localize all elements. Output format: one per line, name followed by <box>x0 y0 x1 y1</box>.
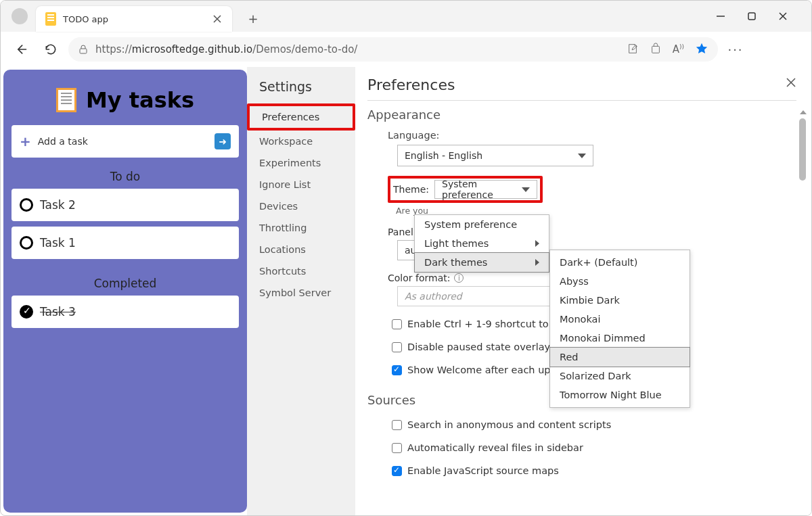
add-task-input[interactable]: + Add a task ➜ <box>12 125 239 158</box>
sidebar-item-ignore-list[interactable]: Ignore List <box>247 174 355 195</box>
checkbox-welcome[interactable] <box>392 365 402 375</box>
close-tab-icon[interactable] <box>212 14 223 24</box>
sidebar-item-throttling[interactable]: Throttling <box>247 217 355 239</box>
checkbox-label: Search in anonymous and content scripts <box>407 419 611 430</box>
task-item[interactable]: Task 1 <box>12 227 239 259</box>
language-value: English - English <box>405 150 482 161</box>
shopping-icon[interactable] <box>650 43 662 57</box>
sidebar-item-locations[interactable]: Locations <box>247 239 355 260</box>
language-label: Language: <box>388 130 796 141</box>
scroll-thumb[interactable] <box>799 118 806 181</box>
edit-page-icon[interactable] <box>627 43 639 57</box>
sidebar-item-devices[interactable]: Devices <box>247 195 355 217</box>
back-button[interactable] <box>9 37 33 62</box>
url-text: https://microsoftedge.github.io/Demos/de… <box>95 43 357 55</box>
close-panel-icon[interactable] <box>786 76 796 91</box>
scroll-up-icon[interactable] <box>800 110 807 114</box>
sidebar-item-experiments[interactable]: Experiments <box>247 152 355 174</box>
clipboard-icon <box>56 88 76 112</box>
theme-select[interactable]: System preference <box>434 180 537 199</box>
menu-item-abyss[interactable]: Abyss <box>550 272 690 291</box>
language-select[interactable]: English - English <box>397 145 593 166</box>
task-label: Task 2 <box>40 198 76 212</box>
more-menu-button[interactable]: ··· <box>723 43 748 57</box>
completed-section-header: Completed <box>12 277 239 290</box>
color-format-value[interactable]: As authored <box>397 286 566 306</box>
maximize-icon[interactable] <box>745 9 759 23</box>
menu-item-red[interactable]: Red <box>549 347 690 367</box>
appearance-heading: Appearance <box>367 108 796 122</box>
checkbox-icon[interactable] <box>20 236 33 250</box>
preferences-panel: Preferences Appearance Language: English… <box>355 67 811 516</box>
checkbox-reveal-files[interactable] <box>392 443 402 453</box>
settings-heading: Settings <box>247 76 355 103</box>
caret-down-icon <box>522 187 530 192</box>
svg-rect-2 <box>80 49 87 53</box>
menu-item-kimbie-dark[interactable]: Kimbie Dark <box>550 291 690 310</box>
checkbox-label: Enable JavaScript source maps <box>407 465 559 476</box>
todo-section-header: To do <box>12 170 239 183</box>
sidebar-item-workspace[interactable]: Workspace <box>247 131 355 152</box>
menu-item-dark-default[interactable]: Dark+ (Default) <box>550 253 690 272</box>
color-format-label: Color format: <box>388 273 450 283</box>
checkbox-anon-scripts[interactable] <box>392 420 402 430</box>
svg-rect-1 <box>748 13 755 20</box>
favicon-icon <box>45 12 56 26</box>
favorite-icon[interactable] <box>695 42 708 57</box>
caret-down-icon <box>578 154 586 158</box>
menu-item-system-preference[interactable]: System preference <box>415 215 549 234</box>
chevron-right-icon <box>535 240 539 247</box>
menu-item-light-themes[interactable]: Light themes <box>415 234 549 253</box>
plus-icon: + <box>20 133 31 149</box>
task-label: Task 1 <box>40 236 76 250</box>
theme-dropdown-menu: System preference Light themes Dark them… <box>414 214 549 273</box>
info-icon[interactable]: i <box>454 273 464 283</box>
checkbox-checked-icon[interactable] <box>20 305 33 319</box>
checkbox-js-source-maps[interactable] <box>392 466 402 476</box>
menu-item-solarized-dark[interactable]: Solarized Dark <box>550 367 690 385</box>
tab-title: TODO app <box>63 14 212 24</box>
menu-item-tomorrow-night-blue[interactable]: Tomorrow Night Blue <box>550 385 690 404</box>
reader-icon[interactable]: A)) <box>673 43 684 55</box>
todo-app: My tasks + Add a task ➜ To do Task 2 Tas… <box>3 70 247 513</box>
checkbox-label: Show Welcome after each update <box>407 365 572 375</box>
app-title: My tasks <box>86 87 194 113</box>
checkbox-label: Disable paused state overlay <box>407 342 550 352</box>
profile-avatar[interactable] <box>12 8 28 24</box>
settings-sidebar: Settings Preferences Workspace Experimen… <box>247 67 355 516</box>
sidebar-item-symbol-server[interactable]: Symbol Server <box>247 282 355 304</box>
chevron-right-icon <box>535 259 539 266</box>
checkbox-paused-overlay[interactable] <box>392 342 402 352</box>
menu-item-dark-themes[interactable]: Dark themes <box>414 252 549 273</box>
task-label: Task 3 <box>40 305 76 319</box>
browser-tab[interactable]: TODO app <box>36 6 232 32</box>
refresh-button[interactable] <box>39 37 63 62</box>
dark-themes-submenu: Dark+ (Default) Abyss Kimbie Dark Monoka… <box>549 250 690 408</box>
menu-item-monokai[interactable]: Monokai <box>550 310 690 329</box>
checkbox-shortcut[interactable] <box>392 319 402 329</box>
scrollbar[interactable] <box>799 110 807 516</box>
svg-rect-3 <box>652 46 659 53</box>
task-item[interactable]: Task 2 <box>12 189 239 221</box>
theme-value: System preference <box>442 179 522 200</box>
add-task-placeholder: Add a task <box>38 136 88 147</box>
checkbox-label: Automatically reveal files in sidebar <box>407 442 583 453</box>
theme-label: Theme: <box>393 184 429 195</box>
submit-task-button[interactable]: ➜ <box>215 133 231 149</box>
task-item[interactable]: Task 3 <box>12 296 239 328</box>
menu-item-monokai-dimmed[interactable]: Monokai Dimmed <box>550 329 690 348</box>
checkbox-icon[interactable] <box>20 198 33 212</box>
lock-icon <box>78 44 89 55</box>
new-tab-button[interactable]: + <box>242 7 265 30</box>
address-bar[interactable]: https://microsoftedge.github.io/Demos/de… <box>68 37 718 62</box>
minimize-icon[interactable] <box>714 9 727 23</box>
sidebar-item-shortcuts[interactable]: Shortcuts <box>247 260 355 282</box>
close-window-icon[interactable] <box>776 9 790 23</box>
preferences-title: Preferences <box>367 76 796 101</box>
sidebar-item-preferences[interactable]: Preferences <box>250 106 353 128</box>
